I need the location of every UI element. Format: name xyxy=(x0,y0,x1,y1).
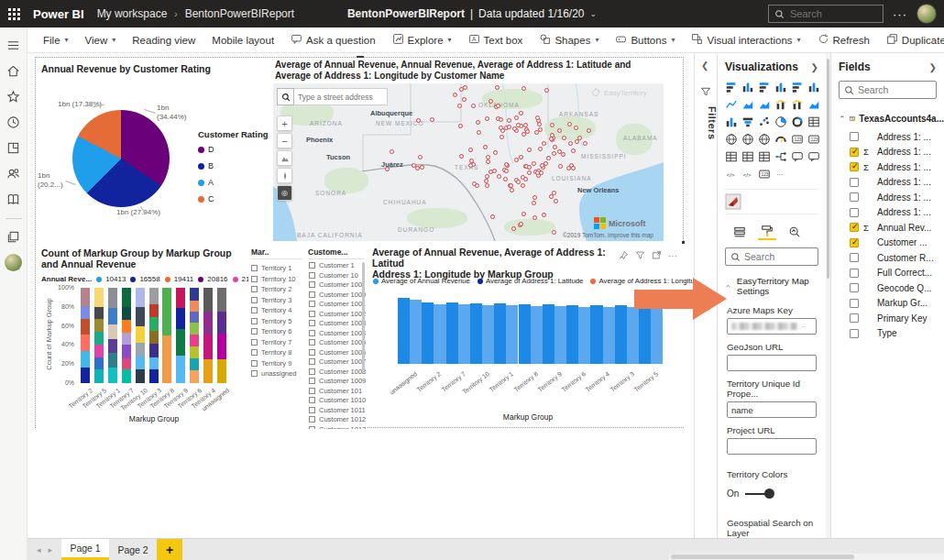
customer-map-marker[interactable] xyxy=(485,183,489,188)
checkbox[interactable] xyxy=(251,360,258,367)
map-zoom-in-button[interactable]: + xyxy=(277,115,292,131)
menu-item-shapes[interactable]: Shapes▾ xyxy=(531,27,607,53)
slicer-item-customer-1011[interactable]: Customer 1011 xyxy=(309,406,366,414)
checkbox[interactable] xyxy=(309,291,315,298)
slicer-item-customer-100[interactable]: Customer 100 xyxy=(309,280,366,289)
qa-visual-icon[interactable] xyxy=(806,148,821,164)
pane-scrollbar[interactable] xyxy=(826,53,830,560)
rail-home-icon[interactable] xyxy=(2,59,26,82)
pie-chart-icon[interactable] xyxy=(773,114,788,129)
checkbox[interactable] xyxy=(309,368,315,375)
checkbox[interactable] xyxy=(850,313,859,323)
slicer-item-customer-1010[interactable]: Customer 1010 xyxy=(309,396,366,404)
stacked-bar-territory-3[interactable] xyxy=(149,288,159,383)
combo-bar-territory-9[interactable] xyxy=(543,304,554,364)
field-item-geocode-q[interactable]: ΣGeocode Q... xyxy=(839,280,944,296)
tab-page-1[interactable]: Page 1 xyxy=(61,539,109,560)
rail-shared-with-me-icon[interactable] xyxy=(2,161,26,185)
checkbox[interactable] xyxy=(251,307,258,313)
menu-item-text-box[interactable]: AText box xyxy=(460,27,532,53)
checkbox[interactable] xyxy=(850,178,859,187)
customer-map-marker[interactable] xyxy=(486,159,490,164)
checkbox[interactable] xyxy=(850,253,859,262)
customer-map-marker[interactable] xyxy=(503,177,508,181)
stacked-bar-territory-10[interactable] xyxy=(136,288,145,383)
map-compass-button[interactable] xyxy=(277,168,292,183)
customer-map-marker[interactable] xyxy=(507,125,511,129)
format-search[interactable] xyxy=(725,247,818,266)
slicer-item-customer-1005[interactable]: Customer 1005 xyxy=(309,338,366,346)
combo-bar-territory-4[interactable] xyxy=(590,305,602,364)
expand-pane-icon[interactable]: ❯ xyxy=(929,62,937,72)
checkbox[interactable] xyxy=(251,297,258,303)
slicer-item-customer-1001[interactable]: Customer 1001 xyxy=(309,300,366,308)
customer-map-marker[interactable] xyxy=(471,104,476,108)
customer-map-marker[interactable] xyxy=(521,86,526,91)
combo-bar-territory-5[interactable] xyxy=(639,306,651,364)
tab-format[interactable] xyxy=(758,224,776,240)
checkbox[interactable] xyxy=(850,283,859,292)
checkbox[interactable] xyxy=(850,299,859,308)
checkbox[interactable] xyxy=(309,330,315,336)
checkbox[interactable] xyxy=(309,349,315,356)
checkbox[interactable] xyxy=(850,132,859,141)
territory-colors-toggle[interactable] xyxy=(745,488,774,500)
geojson-url-input[interactable] xyxy=(727,355,817,371)
area-chart-icon[interactable] xyxy=(740,96,755,112)
customer-map-marker[interactable] xyxy=(523,177,528,181)
customer-map-marker[interactable] xyxy=(550,123,554,127)
customer-map-marker[interactable] xyxy=(457,104,462,108)
line-stacked-column-chart-icon[interactable] xyxy=(773,96,788,112)
rail-hamburger-menu-icon[interactable] xyxy=(2,33,26,57)
line-chart-icon[interactable] xyxy=(723,96,739,112)
breadcrumb-workspace[interactable]: My workspace xyxy=(97,7,168,20)
checkbox[interactable] xyxy=(309,397,315,403)
map-address-input[interactable] xyxy=(294,88,388,105)
filter-icon[interactable] xyxy=(635,247,645,264)
checkbox[interactable] xyxy=(251,286,258,292)
combo-bar-territory-6[interactable] xyxy=(566,305,578,364)
field-item-customer[interactable]: ΣCustomer ... xyxy=(839,236,944,251)
customer-map-marker[interactable] xyxy=(535,170,540,175)
legend-item-a[interactable]: A xyxy=(198,178,269,187)
gauge-icon[interactable] xyxy=(773,131,788,147)
menu-item-explore[interactable]: Explore▾ xyxy=(384,27,460,53)
customer-map-marker[interactable] xyxy=(420,165,424,170)
app-launcher-waffle-icon[interactable] xyxy=(0,0,27,27)
map-icon[interactable] xyxy=(723,131,739,147)
customer-map-marker[interactable] xyxy=(468,163,473,168)
checkbox[interactable] xyxy=(850,238,859,247)
legend-item-d[interactable]: D xyxy=(198,145,269,154)
map-terrain-button[interactable] xyxy=(277,150,292,166)
focus-mode-icon[interactable] xyxy=(652,247,662,264)
customer-map-marker[interactable] xyxy=(495,85,499,90)
customer-map-marker[interactable] xyxy=(512,126,517,131)
combo-bar-territory-7[interactable] xyxy=(446,302,458,364)
tab-page-2[interactable]: Page 2 xyxy=(109,539,157,560)
legend-item-b[interactable]: B xyxy=(198,161,269,170)
breadcrumb-report[interactable]: BentonPowerBIReport xyxy=(185,7,294,20)
chevron-down-icon[interactable]: ⌄ xyxy=(590,9,598,18)
slicer-item-customer-1013[interactable]: Customer 1013 xyxy=(309,425,366,430)
menu-item-visual-interactions[interactable]: Visual interactions▾ xyxy=(683,27,808,53)
ribbon-chart-icon[interactable] xyxy=(806,96,821,112)
menu-item-mobile-layout[interactable]: Mobile layout xyxy=(203,27,282,53)
slicer-item-customer-1004[interactable]: Customer 1004 xyxy=(309,329,366,337)
legend-item-average-of-annual-revenue[interactable]: Average of Annual Revenue xyxy=(373,277,470,285)
slicer-item-territory-10[interactable]: Territory 10 xyxy=(251,275,296,283)
card-icon[interactable]: 123 xyxy=(789,131,805,147)
field-item-markup-gr[interactable]: ΣMarkup Gr... xyxy=(839,296,944,312)
checkbox[interactable] xyxy=(251,328,258,335)
menu-item-ask-a-question[interactable]: Ask a question xyxy=(282,27,383,53)
paginated-report-icon[interactable]: 123 xyxy=(756,166,772,181)
customer-map-marker[interactable] xyxy=(577,136,582,140)
pie-chart[interactable] xyxy=(72,110,170,207)
checkbox[interactable] xyxy=(309,407,315,413)
customer-map-marker[interactable] xyxy=(567,122,572,126)
slicer-item-customer-10[interactable]: Customer 10 xyxy=(309,271,366,280)
legend-item-16558[interactable]: 16558 xyxy=(130,275,159,283)
field-item-address-1[interactable]: ΣAddress 1: ... xyxy=(839,175,944,191)
customer-map-marker[interactable] xyxy=(562,136,566,140)
python-visual-icon[interactable]: </> xyxy=(740,166,755,181)
rail-apps-icon[interactable] xyxy=(2,136,26,159)
